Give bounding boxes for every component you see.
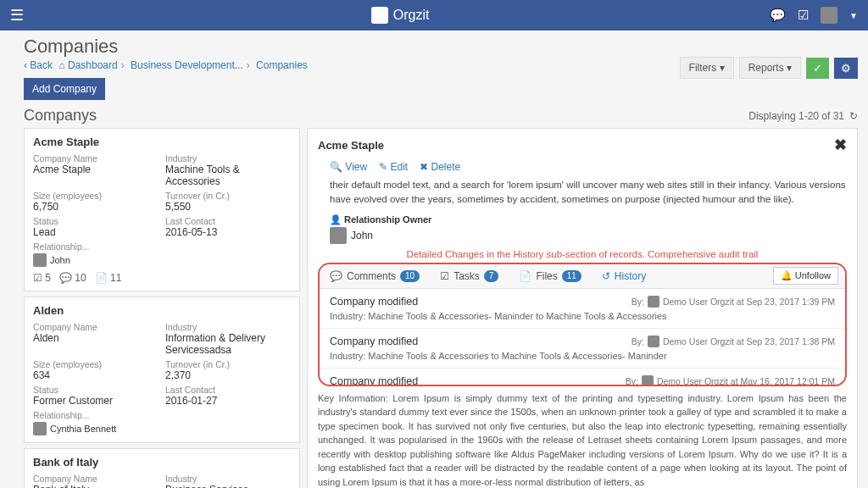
add-company-button[interactable]: Add Company	[24, 78, 105, 100]
card-title: Acme Staple	[33, 136, 291, 148]
history-row: Company modifiedBy: Demo User Orgzit at …	[320, 289, 845, 329]
company-card[interactable]: Acme Staple Company NameAcme StapleIndus…	[24, 128, 300, 291]
history-row: Company modifiedBy: Demo User Orgzit at …	[320, 369, 845, 386]
tab-history[interactable]: ↺ History	[592, 264, 656, 288]
card-title: Bank of Italy	[33, 456, 291, 469]
tab-tasks[interactable]: ☑ Tasks 7	[430, 264, 509, 288]
back-link[interactable]: ‹ Back	[24, 59, 53, 71]
close-icon[interactable]: ✖	[834, 136, 847, 154]
history-row: Company modifiedBy: Demo User Orgzit at …	[320, 329, 845, 369]
edit-action[interactable]: ✎ Edit	[379, 161, 408, 173]
display-count-top: Displaying 1-20 of 31↻	[748, 110, 858, 122]
settings-button[interactable]: ⚙	[834, 58, 858, 79]
card-title: Alden	[33, 304, 291, 317]
relationship-owner: John	[33, 253, 291, 267]
list-heading: Companys	[24, 107, 97, 125]
chat-stat: 💬 10	[59, 272, 86, 284]
brand-logo: Orgzit	[371, 7, 430, 24]
relationship-owner: Cynthia Bennett	[33, 422, 291, 435]
company-card[interactable]: Alden Company NameAldenIndustryInformati…	[24, 297, 300, 443]
logo-icon	[371, 7, 388, 24]
detail-title: Acme Staple	[318, 139, 384, 152]
tasks-icon[interactable]: ☑	[798, 8, 809, 23]
user-menu-caret[interactable]: ▼	[849, 11, 858, 20]
key-information: Key Information: Lorem Ipsum is simply d…	[318, 391, 847, 489]
crumb-dashboard[interactable]: Dashboard	[68, 59, 118, 71]
breadcrumb: ‹ Back ⌂ Dashboard› Business Development…	[24, 59, 308, 71]
page-title: Companies	[24, 36, 308, 58]
crumb-companies[interactable]: Companies	[256, 59, 308, 71]
file-stat: 📄 11	[95, 272, 122, 284]
tab-comments[interactable]: 💬 Comments 10	[320, 264, 430, 288]
history-callout: Detailed Changes in the History sub-sect…	[318, 249, 847, 259]
home-icon[interactable]: ⌂	[58, 59, 64, 71]
menu-icon[interactable]: ☰	[10, 6, 24, 25]
delete-action[interactable]: ✖ Delete	[420, 161, 460, 173]
detail-body: their default model text, and a search f…	[330, 178, 847, 208]
history-box: 💬 Comments 10 ☑ Tasks 7 📄 Files 11 ↺ His…	[318, 263, 847, 386]
view-action[interactable]: 🔍 View	[330, 161, 367, 173]
owner-label: 👤 Relationship Owner	[330, 214, 847, 225]
company-card[interactable]: Bank of Italy Company NameBank of ItalyI…	[24, 448, 300, 488]
reports-button[interactable]: Reports ▾	[739, 57, 801, 79]
chat-icon[interactable]: 💬	[770, 8, 786, 23]
filters-button[interactable]: Filters ▾	[680, 57, 734, 79]
save-view-button[interactable]: ✓	[806, 58, 829, 79]
crumb-bizdev[interactable]: Business Development...	[131, 59, 243, 71]
user-avatar[interactable]	[821, 7, 837, 24]
owner-value: John	[330, 227, 847, 244]
tab-files[interactable]: 📄 Files 11	[509, 264, 591, 288]
unfollow-button[interactable]: 🔔 Unfollow	[773, 267, 838, 285]
brand-name: Orgzit	[393, 8, 430, 23]
check-stat: ☑ 5	[33, 272, 51, 284]
refresh-icon[interactable]: ↻	[849, 110, 858, 122]
